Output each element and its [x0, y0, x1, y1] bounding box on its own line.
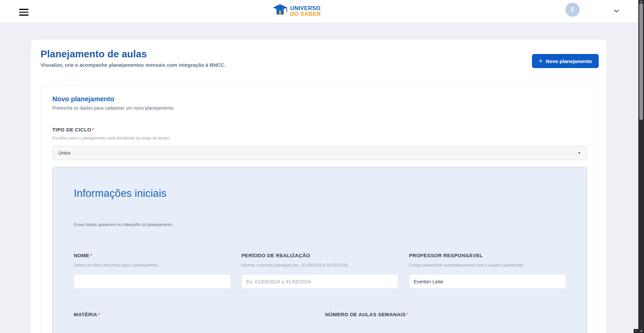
new-plan-button-label: Novo planejamento [546, 58, 592, 64]
new-plan-card: Novo planejamento Preencha os dados para… [41, 86, 599, 333]
period-field: PERÍODO DE REALIZAÇÃO Informe o período … [241, 253, 398, 289]
scrollbar-thumb[interactable] [639, 3, 643, 120]
page-header: Planejamento de aulas Visualize, crie e … [41, 49, 599, 68]
page-title: Planejamento de aulas [41, 49, 226, 60]
user-avatar[interactable]: E [566, 3, 580, 17]
teacher-input[interactable] [409, 274, 566, 289]
name-field: NOME* Defina um título descritivo para o… [74, 253, 231, 289]
scrollbar[interactable]: ▲ ▼ [638, 0, 644, 333]
name-label: NOME* [74, 253, 231, 258]
card-subtitle: Preencha os dados para cadastrar um novo… [52, 105, 587, 111]
initial-info-grid: NOME* Defina um título descritivo para o… [74, 253, 566, 289]
cycle-type-field: TIPO DE CICLO* Escolha como o planejamen… [52, 127, 587, 160]
scroll-up-icon[interactable]: ▲ [638, 0, 644, 3]
required-asterisk: * [98, 312, 100, 317]
graduation-cap-icon [272, 3, 288, 19]
subject-label: MATÉRIA* [74, 312, 315, 317]
page-body: Planejamento de aulas Visualize, crie e … [0, 23, 644, 333]
teacher-helper: Campo preenchido automaticamente com o u… [409, 263, 566, 268]
name-helper: Defina um título descritivo para o plane… [74, 263, 231, 268]
period-input[interactable] [241, 274, 398, 289]
plus-icon: + [539, 58, 543, 64]
logo-line-1: UNIVERSO [290, 5, 321, 11]
scroll-down-icon[interactable]: ▼ [638, 330, 644, 333]
name-input[interactable] [74, 274, 231, 289]
app-header: UNIVERSO DO SABER E [0, 0, 644, 23]
weekly-classes-label: NÚMERO DE AULAS SEMANAIS* [325, 312, 566, 317]
chevron-down-icon[interactable] [614, 9, 619, 15]
teacher-field: PROFESSOR RESPONSÁVEL Campo preenchido a… [409, 253, 566, 289]
required-asterisk: * [92, 127, 94, 132]
period-label: PERÍODO DE REALIZAÇÃO [241, 253, 398, 258]
initial-info-note: Esses dados aparecem no cabeçalho do pla… [74, 222, 566, 227]
hamburger-menu-icon[interactable] [16, 6, 31, 18]
caret-down-icon: ▼ [578, 152, 581, 155]
initial-info-title: Informações iniciais [74, 187, 566, 200]
period-helper: Informe o período planejado (ex.: 01/03/… [241, 263, 398, 268]
cycle-type-selected-value: Único [58, 150, 70, 156]
teacher-label: PROFESSOR RESPONSÁVEL [409, 253, 566, 258]
new-plan-button[interactable]: + Novo planejamento [532, 54, 599, 68]
card-title: Novo planejamento [52, 95, 587, 103]
cycle-type-label: TIPO DE CICLO* [52, 127, 587, 132]
app-logo[interactable]: UNIVERSO DO SABER [272, 3, 321, 19]
logo-text: UNIVERSO DO SABER [290, 5, 321, 17]
weekly-classes-field: NÚMERO DE AULAS SEMANAIS* [325, 312, 566, 317]
initial-info-section: Informações iniciais Esses dados aparece… [52, 167, 587, 333]
required-asterisk: * [406, 312, 408, 317]
cycle-type-select[interactable]: Único ▼ [52, 146, 587, 160]
cycle-type-helper: Escolha como o planejamento será distrib… [52, 136, 587, 141]
required-asterisk: * [90, 253, 92, 258]
media-indicator-icon: ▾ [634, 329, 638, 333]
logo-line-2: DO SABER [290, 11, 321, 17]
page-container: Planejamento de aulas Visualize, crie e … [31, 40, 606, 333]
initial-info-grid-row2: MATÉRIA* NÚMERO DE AULAS SEMANAIS* [74, 312, 566, 317]
subject-field: MATÉRIA* [74, 312, 315, 317]
page-subtitle: Visualize, crie e acompanhe planejamento… [41, 62, 226, 68]
